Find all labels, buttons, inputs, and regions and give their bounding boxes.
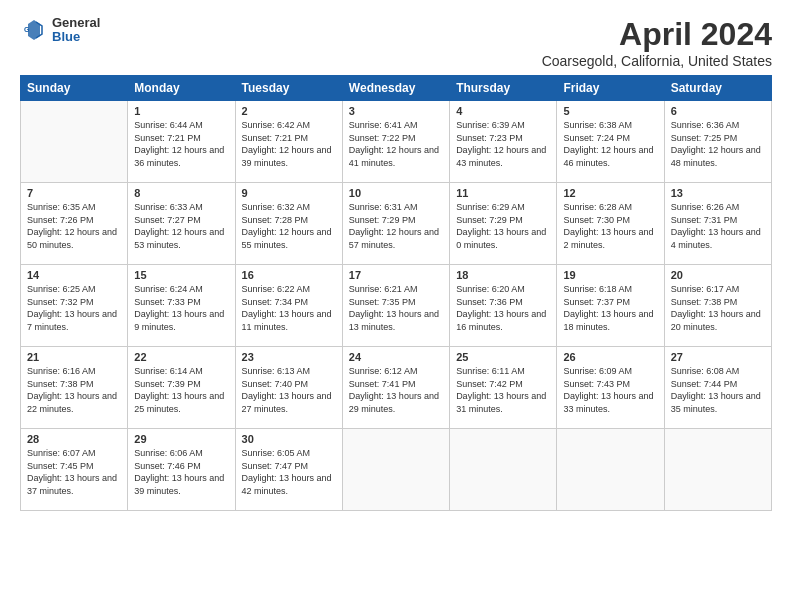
day-info: Sunrise: 6:36 AM Sunset: 7:25 PM Dayligh…: [671, 119, 765, 169]
day-number: 25: [456, 351, 550, 363]
day-number: 27: [671, 351, 765, 363]
day-cell: 20Sunrise: 6:17 AM Sunset: 7:38 PM Dayli…: [664, 265, 771, 347]
day-number: 21: [27, 351, 121, 363]
page: G General Blue April 2024 Coarsegold, Ca…: [0, 0, 792, 527]
day-cell: 1Sunrise: 6:44 AM Sunset: 7:21 PM Daylig…: [128, 101, 235, 183]
day-info: Sunrise: 6:39 AM Sunset: 7:23 PM Dayligh…: [456, 119, 550, 169]
day-info: Sunrise: 6:06 AM Sunset: 7:46 PM Dayligh…: [134, 447, 228, 497]
day-number: 23: [242, 351, 336, 363]
day-info: Sunrise: 6:21 AM Sunset: 7:35 PM Dayligh…: [349, 283, 443, 333]
day-info: Sunrise: 6:44 AM Sunset: 7:21 PM Dayligh…: [134, 119, 228, 169]
logo-blue-text: Blue: [52, 30, 100, 44]
day-info: Sunrise: 6:31 AM Sunset: 7:29 PM Dayligh…: [349, 201, 443, 251]
day-number: 14: [27, 269, 121, 281]
calendar-table: Sunday Monday Tuesday Wednesday Thursday…: [20, 75, 772, 511]
day-number: 26: [563, 351, 657, 363]
day-number: 22: [134, 351, 228, 363]
day-number: 13: [671, 187, 765, 199]
logo-text: General Blue: [52, 16, 100, 45]
day-number: 6: [671, 105, 765, 117]
day-info: Sunrise: 6:11 AM Sunset: 7:42 PM Dayligh…: [456, 365, 550, 415]
calendar-header: Sunday Monday Tuesday Wednesday Thursday…: [21, 76, 772, 101]
day-cell: 13Sunrise: 6:26 AM Sunset: 7:31 PM Dayli…: [664, 183, 771, 265]
day-info: Sunrise: 6:22 AM Sunset: 7:34 PM Dayligh…: [242, 283, 336, 333]
header-wednesday: Wednesday: [342, 76, 449, 101]
day-number: 20: [671, 269, 765, 281]
day-info: Sunrise: 6:17 AM Sunset: 7:38 PM Dayligh…: [671, 283, 765, 333]
week-row-4: 28Sunrise: 6:07 AM Sunset: 7:45 PM Dayli…: [21, 429, 772, 511]
day-info: Sunrise: 6:29 AM Sunset: 7:29 PM Dayligh…: [456, 201, 550, 251]
day-number: 5: [563, 105, 657, 117]
day-info: Sunrise: 6:12 AM Sunset: 7:41 PM Dayligh…: [349, 365, 443, 415]
header-sunday: Sunday: [21, 76, 128, 101]
day-cell: 9Sunrise: 6:32 AM Sunset: 7:28 PM Daylig…: [235, 183, 342, 265]
day-cell: 6Sunrise: 6:36 AM Sunset: 7:25 PM Daylig…: [664, 101, 771, 183]
day-number: 28: [27, 433, 121, 445]
day-cell: [664, 429, 771, 511]
day-info: Sunrise: 6:33 AM Sunset: 7:27 PM Dayligh…: [134, 201, 228, 251]
day-cell: 23Sunrise: 6:13 AM Sunset: 7:40 PM Dayli…: [235, 347, 342, 429]
day-info: Sunrise: 6:07 AM Sunset: 7:45 PM Dayligh…: [27, 447, 121, 497]
day-number: 19: [563, 269, 657, 281]
day-info: Sunrise: 6:05 AM Sunset: 7:47 PM Dayligh…: [242, 447, 336, 497]
day-cell: [557, 429, 664, 511]
day-cell: 5Sunrise: 6:38 AM Sunset: 7:24 PM Daylig…: [557, 101, 664, 183]
header-tuesday: Tuesday: [235, 76, 342, 101]
day-info: Sunrise: 6:08 AM Sunset: 7:44 PM Dayligh…: [671, 365, 765, 415]
day-cell: 22Sunrise: 6:14 AM Sunset: 7:39 PM Dayli…: [128, 347, 235, 429]
day-cell: 8Sunrise: 6:33 AM Sunset: 7:27 PM Daylig…: [128, 183, 235, 265]
day-cell: 29Sunrise: 6:06 AM Sunset: 7:46 PM Dayli…: [128, 429, 235, 511]
day-cell: 25Sunrise: 6:11 AM Sunset: 7:42 PM Dayli…: [450, 347, 557, 429]
day-number: 9: [242, 187, 336, 199]
day-info: Sunrise: 6:09 AM Sunset: 7:43 PM Dayligh…: [563, 365, 657, 415]
day-cell: 15Sunrise: 6:24 AM Sunset: 7:33 PM Dayli…: [128, 265, 235, 347]
week-row-1: 7Sunrise: 6:35 AM Sunset: 7:26 PM Daylig…: [21, 183, 772, 265]
day-cell: 27Sunrise: 6:08 AM Sunset: 7:44 PM Dayli…: [664, 347, 771, 429]
day-info: Sunrise: 6:20 AM Sunset: 7:36 PM Dayligh…: [456, 283, 550, 333]
week-row-2: 14Sunrise: 6:25 AM Sunset: 7:32 PM Dayli…: [21, 265, 772, 347]
day-number: 12: [563, 187, 657, 199]
day-cell: 3Sunrise: 6:41 AM Sunset: 7:22 PM Daylig…: [342, 101, 449, 183]
day-info: Sunrise: 6:35 AM Sunset: 7:26 PM Dayligh…: [27, 201, 121, 251]
header-monday: Monday: [128, 76, 235, 101]
day-number: 30: [242, 433, 336, 445]
day-info: Sunrise: 6:32 AM Sunset: 7:28 PM Dayligh…: [242, 201, 336, 251]
header: G General Blue April 2024 Coarsegold, Ca…: [20, 16, 772, 69]
logo-icon: G: [20, 16, 48, 44]
day-number: 10: [349, 187, 443, 199]
day-number: 17: [349, 269, 443, 281]
day-cell: 30Sunrise: 6:05 AM Sunset: 7:47 PM Dayli…: [235, 429, 342, 511]
day-info: Sunrise: 6:14 AM Sunset: 7:39 PM Dayligh…: [134, 365, 228, 415]
title-area: April 2024 Coarsegold, California, Unite…: [542, 16, 772, 69]
day-cell: 21Sunrise: 6:16 AM Sunset: 7:38 PM Dayli…: [21, 347, 128, 429]
logo: G General Blue: [20, 16, 100, 45]
day-number: 16: [242, 269, 336, 281]
day-number: 15: [134, 269, 228, 281]
header-row: Sunday Monday Tuesday Wednesday Thursday…: [21, 76, 772, 101]
day-cell: 26Sunrise: 6:09 AM Sunset: 7:43 PM Dayli…: [557, 347, 664, 429]
day-cell: [21, 101, 128, 183]
day-number: 1: [134, 105, 228, 117]
subtitle: Coarsegold, California, United States: [542, 53, 772, 69]
day-info: Sunrise: 6:26 AM Sunset: 7:31 PM Dayligh…: [671, 201, 765, 251]
day-info: Sunrise: 6:42 AM Sunset: 7:21 PM Dayligh…: [242, 119, 336, 169]
header-thursday: Thursday: [450, 76, 557, 101]
day-number: 2: [242, 105, 336, 117]
day-cell: 10Sunrise: 6:31 AM Sunset: 7:29 PM Dayli…: [342, 183, 449, 265]
day-number: 11: [456, 187, 550, 199]
day-cell: 12Sunrise: 6:28 AM Sunset: 7:30 PM Dayli…: [557, 183, 664, 265]
day-cell: [342, 429, 449, 511]
day-number: 24: [349, 351, 443, 363]
week-row-0: 1Sunrise: 6:44 AM Sunset: 7:21 PM Daylig…: [21, 101, 772, 183]
day-cell: 28Sunrise: 6:07 AM Sunset: 7:45 PM Dayli…: [21, 429, 128, 511]
day-info: Sunrise: 6:16 AM Sunset: 7:38 PM Dayligh…: [27, 365, 121, 415]
day-number: 3: [349, 105, 443, 117]
day-info: Sunrise: 6:41 AM Sunset: 7:22 PM Dayligh…: [349, 119, 443, 169]
day-info: Sunrise: 6:24 AM Sunset: 7:33 PM Dayligh…: [134, 283, 228, 333]
day-info: Sunrise: 6:25 AM Sunset: 7:32 PM Dayligh…: [27, 283, 121, 333]
day-cell: 16Sunrise: 6:22 AM Sunset: 7:34 PM Dayli…: [235, 265, 342, 347]
day-cell: 19Sunrise: 6:18 AM Sunset: 7:37 PM Dayli…: [557, 265, 664, 347]
day-cell: 18Sunrise: 6:20 AM Sunset: 7:36 PM Dayli…: [450, 265, 557, 347]
day-info: Sunrise: 6:13 AM Sunset: 7:40 PM Dayligh…: [242, 365, 336, 415]
week-row-3: 21Sunrise: 6:16 AM Sunset: 7:38 PM Dayli…: [21, 347, 772, 429]
